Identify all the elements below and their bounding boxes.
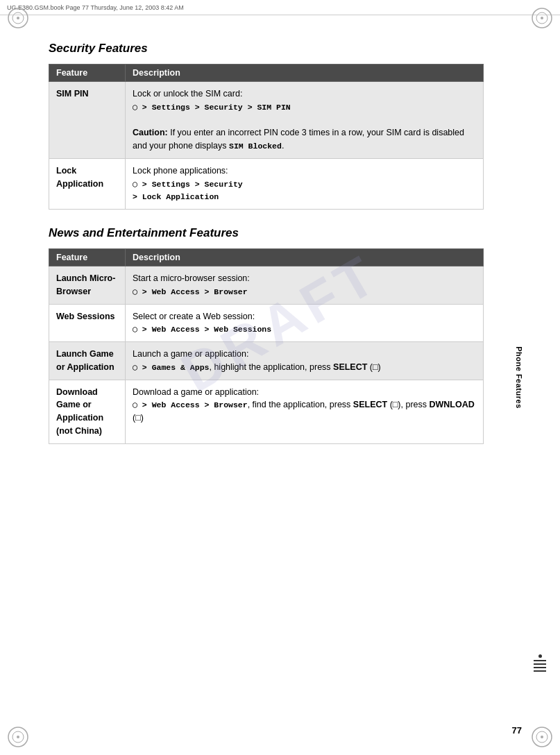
security-col-feature: Feature bbox=[49, 65, 126, 82]
security-feature-lock-app: LockApplication bbox=[49, 158, 126, 209]
launch-game-path: ◯ > Games & Apps bbox=[133, 363, 209, 372]
web-sessions-path: ◯ > Web Access > Web Sessions bbox=[133, 325, 271, 334]
security-feature-sim-pin: SIM PIN bbox=[49, 82, 126, 159]
decoration-line-1 bbox=[534, 660, 546, 661]
news-table-body: Launch Micro-Browser Start a micro-brows… bbox=[49, 266, 484, 444]
news-section-title: News and Entertainment Features bbox=[49, 226, 484, 240]
corner-decoration-bl bbox=[6, 724, 31, 749]
header-bar: UG.E380.GSM.book Page 77 Thursday, June … bbox=[0, 0, 560, 15]
security-table-header: Feature Description bbox=[49, 65, 484, 82]
micro-browser-path: ◯ > Web Access > Browser bbox=[133, 287, 248, 296]
news-desc-launch-game: Launch a game or application: ◯ > Games … bbox=[126, 342, 484, 380]
news-feature-web-sessions: Web Sessions bbox=[49, 304, 126, 342]
main-content: Security Features Feature Description SI… bbox=[49, 42, 484, 444]
security-table: Feature Description SIM PIN Lock or unlo… bbox=[49, 64, 484, 210]
caution-label: Caution: bbox=[133, 128, 168, 137]
decoration-line-4 bbox=[534, 670, 546, 672]
table-row: Download Game or Application (not China)… bbox=[49, 380, 484, 443]
security-section-title: Security Features bbox=[49, 42, 484, 56]
download-game-path: ◯ > Web Access > Browser bbox=[133, 400, 248, 409]
lock-app-path: ◯ > Settings > Security> Lock Applicatio… bbox=[133, 180, 243, 202]
news-desc-micro-browser: Start a micro-browser session: ◯ > Web A… bbox=[126, 266, 484, 305]
sim-blocked-text: SIM Blocked bbox=[229, 142, 282, 151]
table-row: LockApplication Lock phone applications:… bbox=[49, 158, 484, 209]
news-col-feature: Feature bbox=[49, 249, 126, 266]
page-container: UG.E380.GSM.book Page 77 Thursday, June … bbox=[0, 0, 560, 755]
news-feature-launch-game: Launch Game or Application bbox=[49, 342, 126, 380]
corner-decoration-tl bbox=[6, 6, 31, 31]
security-col-description: Description bbox=[126, 65, 484, 82]
table-row: Launch Game or Application Launch a game… bbox=[49, 342, 484, 380]
news-table: Feature Description Launch Micro-Browser… bbox=[49, 248, 484, 444]
decoration-line-2 bbox=[534, 663, 546, 665]
decoration-dot-1 bbox=[538, 654, 542, 658]
news-desc-web-sessions: Select or create a Web session: ◯ > Web … bbox=[126, 304, 484, 342]
svg-point-8 bbox=[17, 736, 19, 738]
news-desc-download-game: Download a game or application: ◯ > Web … bbox=[126, 380, 484, 443]
right-edge-decoration bbox=[534, 654, 546, 672]
security-desc-lock-app: Lock phone applications: ◯ > Settings > … bbox=[126, 158, 484, 209]
table-row: SIM PIN Lock or unlock the SIM card: ◯ >… bbox=[49, 82, 484, 159]
header-text: UG.E380.GSM.book Page 77 Thursday, June … bbox=[7, 4, 184, 11]
page-number: 77 bbox=[512, 725, 522, 736]
security-desc-sim-pin: Lock or unlock the SIM card: ◯ > Setting… bbox=[126, 82, 484, 159]
sim-pin-path: ◯ > Settings > Security > SIM PIN bbox=[133, 103, 291, 112]
sidebar-label: Phone Features bbox=[515, 346, 523, 409]
table-row: Web Sessions Select or create a Web sess… bbox=[49, 304, 484, 342]
decoration-line-3 bbox=[534, 667, 546, 668]
news-col-description: Description bbox=[126, 249, 484, 266]
sidebar: Phone Features bbox=[525, 0, 560, 755]
news-table-header: Feature Description bbox=[49, 249, 484, 266]
news-feature-micro-browser: Launch Micro-Browser bbox=[49, 266, 126, 305]
table-row: Launch Micro-Browser Start a micro-brows… bbox=[49, 266, 484, 305]
news-feature-download-game: Download Game or Application (not China) bbox=[49, 380, 126, 443]
security-table-body: SIM PIN Lock or unlock the SIM card: ◯ >… bbox=[49, 82, 484, 210]
svg-point-2 bbox=[17, 17, 19, 19]
